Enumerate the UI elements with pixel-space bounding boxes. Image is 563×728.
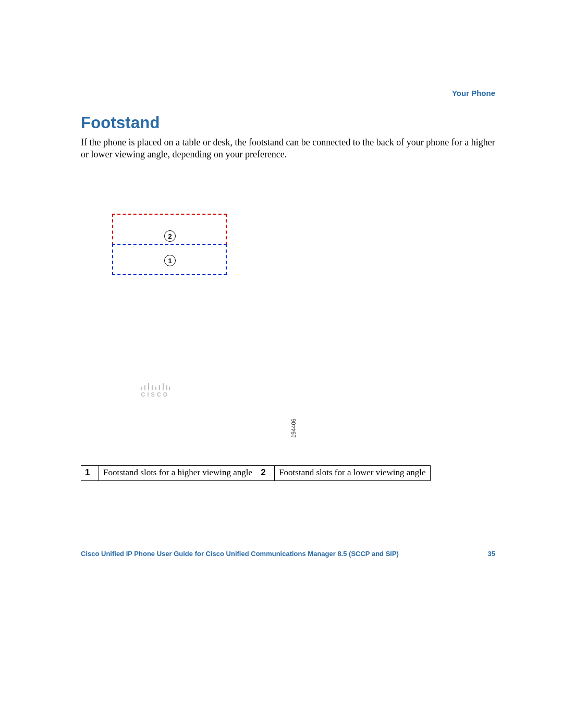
callout-description-cell: Footstand slots for a lower viewing angl…: [275, 466, 430, 481]
callout-circle-1: 1: [164, 255, 176, 266]
page-footer: Cisco Unified IP Phone User Guide for Ci…: [81, 547, 495, 558]
section-body-text: If the phone is placed on a table or des…: [81, 137, 495, 161]
callout-description-cell: Footstand slots for a higher viewing ang…: [99, 466, 257, 481]
callout-circle-2: 2: [164, 230, 176, 242]
footer-document-title: Cisco Unified IP Phone User Guide for Ci…: [81, 550, 399, 558]
table-row: 1 Footstand slots for a higher viewing a…: [81, 466, 430, 481]
document-page: Your Phone Footstand If the phone is pla…: [0, 0, 563, 728]
section-heading: Footstand: [81, 114, 160, 132]
cisco-logo-text: CISCO: [140, 391, 171, 398]
cisco-logo-icon: CISCO: [140, 383, 171, 399]
callout-number-cell: 2: [256, 466, 275, 481]
callout-legend-table: 1 Footstand slots for a higher viewing a…: [81, 465, 431, 481]
figure-image-id: 194406: [290, 418, 297, 438]
running-header: Your Phone: [452, 89, 495, 97]
footstand-diagram: [112, 214, 227, 281]
callout-number-cell: 1: [81, 466, 99, 481]
footer-page-number: 35: [488, 550, 495, 558]
cisco-bridge-bars-icon: [140, 383, 171, 391]
footstand-figure: 2 1 CISCO: [81, 167, 341, 459]
